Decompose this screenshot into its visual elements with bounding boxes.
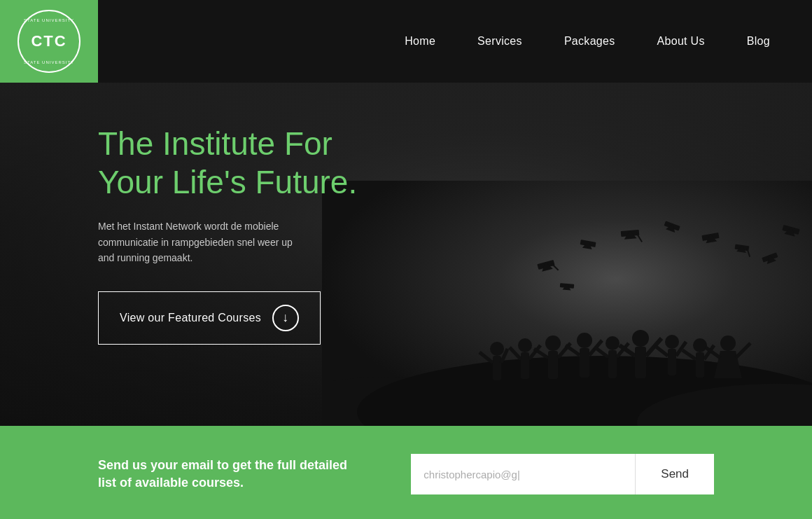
hero-title: The Institute For Your Life's Future. [98,125,392,202]
hero-content: The Institute For Your Life's Future. Me… [0,83,812,426]
hero-description: Met het Instant Network wordt de mobiele… [98,219,308,265]
cta-button[interactable]: View our Featured Courses [98,291,321,345]
cta-label: View our Featured Courses [120,312,261,324]
nav: Home Services Packages About Us Blog [405,35,770,48]
email-input[interactable] [411,454,635,494]
email-section: Send us your email to get the full detai… [0,426,812,519]
logo-ctc: CTC [31,32,66,50]
email-form: Send [411,454,714,494]
logo-box[interactable]: STATE UNIVERSITY CTC STATE UNIVERSITY [0,0,98,83]
nav-blog[interactable]: Blog [747,35,770,48]
logo-top-text: STATE UNIVERSITY [24,18,74,22]
nav-home[interactable]: Home [405,35,435,48]
email-section-text: Send us your email to get the full detai… [98,457,364,492]
logo-bottom-text: STATE UNIVERSITY [24,60,74,64]
cta-down-icon [272,305,299,331]
header: STATE UNIVERSITY CTC STATE UNIVERSITY Ho… [0,0,812,83]
nav-about[interactable]: About Us [657,35,705,48]
nav-services[interactable]: Services [477,35,522,48]
send-button[interactable]: Send [635,454,714,494]
nav-packages[interactable]: Packages [564,35,615,48]
hero-section: The Institute For Your Life's Future. Me… [0,83,812,426]
logo-inner: STATE UNIVERSITY CTC STATE UNIVERSITY [18,10,80,73]
